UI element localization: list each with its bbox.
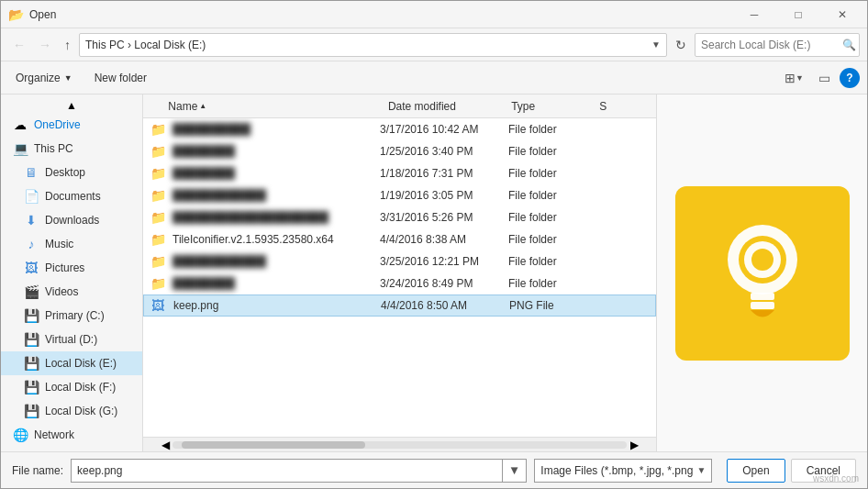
sidebar-scroll-up[interactable]: ▲ <box>1 98 142 113</box>
organize-button[interactable]: Organize ▼ <box>8 69 80 87</box>
minimize-button[interactable]: ─ <box>733 1 775 28</box>
open-button[interactable]: Open <box>727 459 785 483</box>
sidebar-item-label-music: Music <box>45 238 73 250</box>
organize-label: Organize <box>16 72 61 84</box>
preview-panel <box>656 94 867 451</box>
file-type-text: Image Files (*.bmp, *.jpg, *.png <box>540 464 693 477</box>
h-scrollbar-track[interactable] <box>172 441 627 449</box>
file-type-select[interactable]: Image Files (*.bmp, *.jpg, *.png ▼ <box>534 459 712 483</box>
file-date: 1/19/2016 3:05 PM <box>380 189 508 202</box>
folder-icon: 📁 <box>150 144 169 159</box>
sidebar-item-network[interactable]: 🌐 Network <box>1 423 142 447</box>
sidebar-item-label-local-disk-e: Local Disk (E:) <box>45 357 117 370</box>
sidebar-item-local-disk-g[interactable]: 💾 Local Disk (G:) <box>1 399 142 423</box>
preview-button[interactable]: ▭ <box>813 68 836 88</box>
sidebar-item-label-local-disk-g: Local Disk (G:) <box>45 405 117 417</box>
table-row[interactable]: 📁 ████████████ 3/25/2016 12:21 PM File f… <box>143 250 656 272</box>
file-list: Name ▲ Date modified Type S 📁 <box>143 94 656 437</box>
address-field[interactable]: This PC › Local Disk (E:) ▼ <box>79 33 667 57</box>
maximize-button[interactable]: □ <box>777 1 819 28</box>
cancel-button[interactable]: Cancel <box>791 459 856 483</box>
documents-icon: 📄 <box>23 189 39 204</box>
sidebar-item-virtual-d[interactable]: 💾 Virtual (D:) <box>1 328 142 351</box>
column-header-name[interactable]: Name ▲ <box>164 98 384 115</box>
table-row[interactable]: 📁 ████████████████████ 3/31/2016 5:26 PM… <box>143 206 656 228</box>
back-button[interactable]: ← <box>8 36 30 54</box>
horizontal-scrollbar[interactable]: ◀ ▶ <box>143 437 656 451</box>
h-scrollbar-thumb[interactable] <box>182 441 365 449</box>
primary-c-icon: 💾 <box>23 308 39 323</box>
sidebar-item-label-desktop: Desktop <box>45 166 85 179</box>
main-content: ▲ ☁ OneDrive 💻 This PC 🖥 Desktop 📄 Docum… <box>1 94 867 451</box>
table-row[interactable]: 📁 TileIconifier.v2.1.5935.23580.x64 4/4/… <box>143 228 656 250</box>
sidebar-item-label-documents: Documents <box>45 190 101 203</box>
sidebar-item-local-disk-e[interactable]: 💾 Local Disk (E:) <box>1 351 142 375</box>
column-header-type[interactable]: Type <box>507 98 595 115</box>
table-row[interactable]: 📁 ████████ 3/24/2016 8:49 PM File folder <box>143 272 656 295</box>
search-icon: 🔍 <box>842 39 856 51</box>
address-dropdown-arrow[interactable]: ▼ <box>651 39 661 50</box>
table-row[interactable]: 📁 ████████████ 1/19/2016 3:05 PM File fo… <box>143 184 656 206</box>
sidebar-item-desktop[interactable]: 🖥 Desktop <box>1 161 142 184</box>
file-name-input[interactable] <box>72 464 502 477</box>
sidebar-item-documents[interactable]: 📄 Documents <box>1 184 142 208</box>
table-row[interactable]: 📁 ████████ 1/25/2016 3:40 PM File folder <box>143 140 656 162</box>
new-folder-button[interactable]: New folder <box>87 69 154 87</box>
preview-icon: ▭ <box>818 71 830 85</box>
sidebar-item-onedrive[interactable]: ☁ OneDrive <box>1 113 142 137</box>
sidebar-item-label-local-disk-f: Local Disk (F:) <box>45 381 116 394</box>
table-row[interactable]: 📁 ████████ 1/18/2016 7:31 PM File folder <box>143 162 656 184</box>
column-headers: Name ▲ Date modified Type S <box>143 94 656 118</box>
sidebar-item-videos[interactable]: 🎬 Videos <box>1 280 142 304</box>
table-row-selected[interactable]: 🖼 keep.png 4/4/2016 8:50 AM PNG File <box>143 295 656 317</box>
file-date: 1/25/2016 3:40 PM <box>380 145 508 158</box>
local-disk-e-icon: 💾 <box>23 356 39 371</box>
file-date: 4/4/2016 8:50 AM <box>381 299 509 312</box>
refresh-button[interactable]: ↻ <box>671 36 691 54</box>
onedrive-icon: ☁ <box>12 117 28 132</box>
preview-image <box>675 186 850 361</box>
music-icon: ♪ <box>23 237 39 251</box>
sidebar-item-label-virtual-d: Virtual (D:) <box>45 333 97 346</box>
sidebar-item-this-pc[interactable]: 💻 This PC <box>1 137 142 161</box>
close-button[interactable]: ✕ <box>821 1 863 28</box>
search-field[interactable]: 🔍 <box>695 33 860 57</box>
svg-rect-4 <box>751 293 774 300</box>
file-type-dropdown-arrow: ▼ <box>696 465 706 475</box>
address-bar: ← → ↑ This PC › Local Disk (E:) ▼ ↻ 🔍 <box>1 28 867 61</box>
folder-icon: 📁 <box>150 232 169 247</box>
folder-icon: 📁 <box>150 210 169 225</box>
videos-icon: 🎬 <box>23 284 39 299</box>
sidebar-item-music[interactable]: ♪ Music <box>1 232 142 256</box>
column-header-date[interactable]: Date modified <box>384 98 507 115</box>
svg-point-3 <box>751 249 773 271</box>
forward-button[interactable]: → <box>34 36 56 54</box>
file-name: TileIconifier.v2.1.5935.23580.x64 <box>172 233 380 246</box>
sidebar-item-downloads[interactable]: ⬇ Downloads <box>1 208 142 232</box>
folder-icon: 📁 <box>150 188 169 203</box>
file-name-keep: keep.png <box>173 299 381 312</box>
network-icon: 🌐 <box>12 428 28 442</box>
h-scroll-right[interactable]: ▶ <box>627 438 641 451</box>
desktop-icon: 🖥 <box>23 165 39 180</box>
up-button[interactable]: ↑ <box>60 36 75 54</box>
sidebar-item-primary-c[interactable]: 💾 Primary (C:) <box>1 304 142 328</box>
file-date: 1/18/2016 7:31 PM <box>380 167 508 180</box>
png-file-icon: 🖼 <box>151 298 170 313</box>
table-row[interactable]: 📁 ██████████ 3/17/2016 10:42 AM File fol… <box>143 118 656 140</box>
file-type: File folder <box>508 211 600 224</box>
help-button[interactable]: ? <box>840 68 860 88</box>
title-bar: 📂 Open ─ □ ✕ <box>1 1 867 28</box>
view-button[interactable]: ⊞ ▼ <box>779 68 809 88</box>
h-scroll-left[interactable]: ◀ <box>158 438 172 451</box>
view-dropdown-arrow: ▼ <box>796 73 804 83</box>
file-name-dropdown-button[interactable]: ▼ <box>502 460 526 482</box>
file-name-label: File name: <box>12 464 63 477</box>
sidebar-item-pictures[interactable]: 🖼 Pictures <box>1 256 142 280</box>
toolbar-right: ⊞ ▼ ▭ ? <box>779 68 860 88</box>
sidebar-item-local-disk-f[interactable]: 💾 Local Disk (F:) <box>1 375 142 399</box>
address-path: This PC › Local Disk (E:) <box>85 39 648 51</box>
search-input[interactable] <box>701 39 839 51</box>
sidebar-item-label-pictures: Pictures <box>45 261 84 274</box>
column-header-size[interactable]: S <box>595 98 649 115</box>
